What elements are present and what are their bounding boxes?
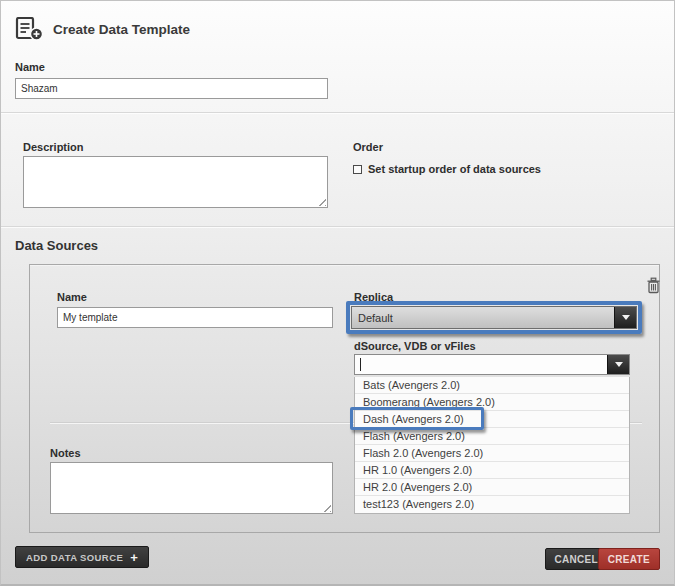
annotation-dash-highlight bbox=[350, 407, 484, 430]
add-data-source-button[interactable]: ADD DATA SOURCE + bbox=[15, 546, 149, 568]
startup-order-checkbox-label: Set startup order of data sources bbox=[368, 163, 541, 175]
name-label: Name bbox=[15, 61, 45, 73]
dsource-option[interactable]: Bats (Avengers 2.0) bbox=[355, 377, 629, 394]
template-name-input[interactable] bbox=[15, 78, 328, 99]
create-data-template-dialog: Create Data Template Name Description Or… bbox=[0, 0, 675, 586]
source-name-label: Name bbox=[57, 291, 87, 303]
startup-order-checkbox[interactable] bbox=[353, 165, 362, 174]
dsource-option[interactable]: Flash 2.0 (Avengers 2.0) bbox=[355, 445, 629, 462]
order-label: Order bbox=[353, 141, 383, 153]
divider bbox=[1, 112, 675, 114]
data-sources-heading: Data Sources bbox=[15, 238, 98, 253]
text-cursor bbox=[360, 358, 361, 371]
trash-icon[interactable] bbox=[646, 277, 661, 294]
startup-order-row: Set startup order of data sources bbox=[353, 163, 541, 175]
dialog-header: Create Data Template bbox=[15, 17, 190, 42]
replica-selected-value: Default bbox=[352, 312, 614, 324]
description-textarea[interactable] bbox=[23, 156, 328, 208]
dsource-combobox[interactable] bbox=[354, 354, 630, 375]
data-source-card: Name Replica Default dSource, VDB or vFi… bbox=[29, 264, 660, 533]
dsource-dropdown-button[interactable] bbox=[607, 355, 629, 374]
dsource-option[interactable]: HR 2.0 (Avengers 2.0) bbox=[355, 479, 629, 496]
dsource-option[interactable]: Flash (Avengers 2.0) bbox=[355, 428, 629, 445]
replica-select[interactable]: Default bbox=[351, 306, 637, 329]
description-label: Description bbox=[23, 141, 84, 153]
add-data-source-label: ADD DATA SOURCE bbox=[26, 552, 123, 563]
notes-textarea[interactable] bbox=[50, 462, 333, 514]
caret-down-icon bbox=[615, 362, 623, 367]
page-title: Create Data Template bbox=[53, 22, 190, 37]
description-field-wrap bbox=[23, 156, 328, 208]
create-button[interactable]: CREATE bbox=[598, 548, 660, 570]
replica-dropdown-button[interactable] bbox=[614, 307, 636, 328]
caret-down-icon bbox=[622, 315, 630, 320]
dsource-option[interactable]: HR 1.0 (Avengers 2.0) bbox=[355, 462, 629, 479]
source-name-input[interactable] bbox=[57, 307, 333, 328]
plus-icon: + bbox=[130, 550, 138, 565]
document-plus-icon bbox=[15, 17, 45, 42]
divider bbox=[1, 226, 675, 228]
notes-field-wrap bbox=[50, 462, 333, 514]
notes-label: Notes bbox=[50, 447, 81, 459]
dsource-option[interactable]: test123 (Avengers 2.0) bbox=[355, 496, 629, 513]
annotation-replica-highlight: Default bbox=[346, 301, 642, 334]
dsource-option-list: Bats (Avengers 2.0)Boomerang (Avengers 2… bbox=[354, 377, 630, 514]
dsource-label: dSource, VDB or vFiles bbox=[354, 340, 476, 352]
